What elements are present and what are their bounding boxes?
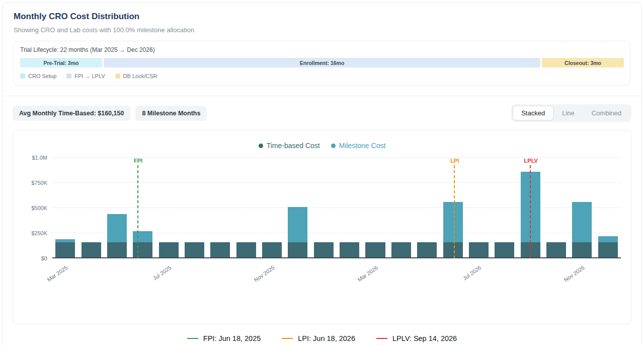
lifecycle-legend-label: FPI → LPLV (74, 73, 105, 79)
lifecycle-bar: Pre-Trial: 3moEnrollment: 16moCloseout: … (20, 58, 624, 67)
milestone-line-label-lpi: LPI (450, 158, 459, 164)
chart-section: Avg Monthly Time-Based: $160,150 8 Miles… (3, 96, 641, 345)
bar-slot-dec-2025 (285, 158, 310, 258)
bar-oct-2025 (236, 158, 256, 258)
bar-may-2026 (417, 158, 437, 258)
x-axis: Mar 2025Jul 2025Nov 2025Mar 2026Jul 2026… (52, 258, 621, 288)
bar-segment-milestone-cost (133, 231, 152, 242)
bar-segment-time-based-cost (572, 242, 592, 258)
bar-segment-time-based-cost (391, 242, 411, 258)
bar-segment-time-based-cost (107, 242, 127, 258)
bar-slot-apr-2025 (78, 158, 104, 258)
milestone-legend-item-lplv: LPLV: Sep 14, 2026 (376, 334, 457, 342)
dashboard-page: Monthly CRO Cost Distribution Showing CR… (2, 2, 642, 345)
bar-segment-time-based-cost (159, 242, 179, 258)
y-axis: $0$250K$500K$750K$1.0M (23, 158, 52, 258)
bar-slot-apr-2026 (388, 158, 414, 258)
toolbar-badges: Avg Monthly Time-Based: $160,150 8 Miles… (13, 106, 207, 121)
lifecycle-legend: CRO SetupFPI → LPLVDB Lock/CSR (20, 73, 624, 79)
x-axis-spacer (23, 258, 52, 288)
y-tick-label-0: $0 (41, 255, 47, 261)
bar-aug-2026 (495, 158, 514, 258)
lifecycle-title: Trial Lifecycle: 22 months (Mar 2025 → D… (20, 46, 624, 53)
milestone-legend-line-icon (376, 338, 387, 339)
legend-swatch-icon (20, 74, 25, 79)
bar-segment-time-based-cost (443, 242, 463, 258)
bar-nov-2025 (262, 158, 282, 258)
bar-segment-milestone-cost (107, 214, 127, 242)
x-tick-label-mar-2026: Mar 2026 (356, 264, 379, 283)
bar-segment-time-based-cost (82, 242, 101, 258)
bar-slot-mar-2026 (362, 158, 388, 258)
plot-area: FPILPILPLV (52, 158, 621, 258)
milestone-line-fpi: FPI (137, 165, 138, 258)
bar-segment-time-based-cost (495, 242, 514, 258)
milestone-legend-line-icon (282, 338, 293, 339)
y-tick-label-750k: $750K (31, 180, 47, 186)
chart-type-toggle: StackedLineCombined (511, 104, 631, 122)
lifecycle-legend-item-fpi-lplv: FPI → LPLV (66, 73, 105, 79)
bar-dec-2026 (598, 158, 618, 258)
chart-card: Time-based CostMilestone Cost $0$250K$50… (13, 130, 631, 324)
view-toggle-combined[interactable]: Combined (583, 106, 630, 120)
bar-segment-time-based-cost (598, 242, 618, 258)
bar-segment-time-based-cost (55, 242, 75, 258)
bar-segment-time-based-cost (546, 242, 566, 258)
bar-dec-2025 (288, 158, 307, 258)
bar-segment-time-based-cost (288, 242, 307, 258)
trial-lifecycle-panel: Trial Lifecycle: 22 months (Mar 2025 → D… (14, 41, 630, 86)
bar-segment-time-based-cost (314, 242, 334, 258)
bar-slot-jul-2026 (466, 158, 492, 258)
bar-feb-2026 (340, 158, 359, 258)
y-tick-label-500k: $500K (31, 205, 47, 211)
view-toggle-stacked[interactable]: Stacked (513, 106, 553, 120)
bar-apr-2026 (391, 158, 411, 258)
x-tick-label-jul-2026: Jul 2026 (461, 264, 482, 282)
bar-jul-2025 (159, 158, 179, 258)
milestone-legend-item-lpi: LPI: Jun 18, 2026 (282, 334, 355, 342)
bar-sep-2025 (210, 158, 230, 258)
bar-oct-2026 (546, 158, 566, 258)
x-tick-label-nov-2025: Nov 2025 (253, 264, 275, 283)
bar-slot-sep-2025 (207, 158, 233, 258)
milestone-legend-item-fpi: FPI: Jun 18, 2025 (187, 334, 261, 342)
bar-slot-oct-2026 (543, 158, 569, 258)
bar-slot-mar-2025 (52, 158, 78, 258)
bar-segment-time-based-cost (417, 242, 437, 258)
bar-segment-time-based-cost (210, 242, 230, 258)
bar-slot-feb-2026 (337, 158, 362, 258)
bar-slot-may-2026 (414, 158, 440, 258)
lifecycle-segment-enrollment: Enrollment: 16mo (104, 58, 540, 67)
bar-slot-jun-2025 (130, 158, 155, 258)
avg-monthly-badge: Avg Monthly Time-Based: $160,150 (13, 106, 130, 121)
milestone-line-label-lplv: LPLV (524, 158, 538, 164)
series-legend-dot-icon (259, 144, 263, 148)
lifecycle-legend-item-db-lock-csr: DB Lock/CSR (115, 73, 157, 79)
bar-slot-jun-2026 (440, 158, 465, 258)
bar-mar-2025 (55, 158, 75, 258)
series-legend-item-milestone-cost: Milestone Cost (331, 142, 386, 150)
series-legend-item-time-based-cost: Time-based Cost (259, 142, 320, 150)
series-legend-label: Milestone Cost (339, 142, 386, 150)
milestone-legend-label: LPLV: Sep 14, 2026 (392, 334, 457, 342)
view-toggle-line[interactable]: Line (553, 106, 583, 120)
bar-jul-2026 (469, 158, 489, 258)
bar-slot-jul-2025 (155, 158, 181, 258)
header-section: Monthly CRO Cost Distribution Showing CR… (3, 3, 641, 96)
chart-legend: Time-based CostMilestone Cost (23, 142, 621, 150)
bar-may-2025 (107, 158, 127, 258)
milestone-months-badge: 8 Milestone Months (135, 106, 207, 121)
bar-segment-milestone-cost (598, 236, 618, 242)
milestone-legend-label: LPI: Jun 18, 2026 (298, 334, 355, 342)
lifecycle-segment-closeout: Closeout: 3mo (542, 58, 624, 67)
series-legend-dot-icon (331, 144, 336, 148)
bar-segment-time-based-cost (185, 242, 204, 258)
bar-segment-milestone-cost (288, 207, 307, 242)
bar-segment-milestone-cost (443, 202, 463, 242)
milestone-line-lpi: LPI (454, 165, 455, 258)
lifecycle-legend-item-cro-setup: CRO Setup (20, 73, 56, 79)
x-row: Mar 2025Jul 2025Nov 2025Mar 2026Jul 2026… (23, 258, 621, 288)
lifecycle-legend-label: DB Lock/CSR (123, 73, 157, 79)
x-tick-label-jul-2025: Jul 2025 (151, 264, 172, 282)
bar-segment-time-based-cost (365, 242, 385, 258)
